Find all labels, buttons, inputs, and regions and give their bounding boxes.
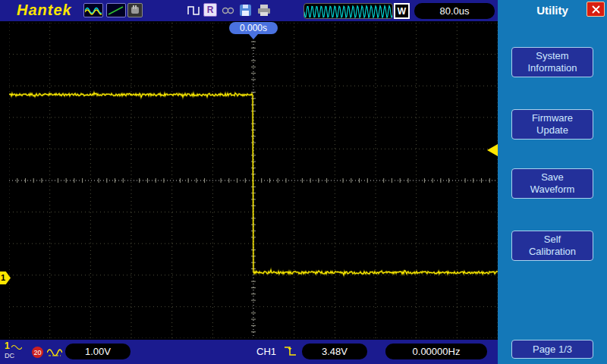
trigger-level-display: 3.48V xyxy=(302,344,367,359)
graticule xyxy=(9,23,498,338)
ramp-icon xyxy=(106,3,126,17)
frequency-counter: 0.00000Hz xyxy=(385,344,487,359)
self-calibration-button[interactable]: Self Calibration xyxy=(511,231,593,261)
record-button[interactable]: R xyxy=(203,3,217,17)
menu-sidebar: Utility System Information Firmware Upda… xyxy=(498,0,607,364)
floppy-glyph xyxy=(240,5,251,16)
brand-logo: Hantek xyxy=(17,2,72,19)
coupling-label: DC xyxy=(5,351,14,361)
trigger-source-label: CH1 xyxy=(256,346,276,357)
close-icon xyxy=(592,5,600,14)
trigger-slope-icon xyxy=(284,345,297,360)
pulse-glyph xyxy=(187,5,200,16)
printer-glyph xyxy=(257,5,271,16)
link-icon xyxy=(222,4,235,17)
waveform-display: 0.000s 1 xyxy=(0,21,498,340)
dual-waveform-glyph xyxy=(85,5,102,16)
oscilloscope-screen: Hantek R xyxy=(0,0,607,364)
ac-wave-icon xyxy=(11,344,22,350)
falling-edge-glyph xyxy=(284,345,297,357)
link-glyph xyxy=(222,6,235,15)
timebase-display: 80.0us xyxy=(414,3,495,19)
status-bar: 1 DC 20 1.00V CH1 3.48V 0.00000Hz xyxy=(0,340,498,364)
page-button[interactable]: Page 1/3 xyxy=(511,340,593,359)
ramp-glyph xyxy=(108,5,124,16)
channel1-status: 1 DC xyxy=(5,341,22,361)
print-button[interactable] xyxy=(256,3,272,17)
close-button[interactable] xyxy=(587,2,605,17)
bandwidth-badge: 20 xyxy=(32,347,43,358)
top-bar: Hantek R xyxy=(0,0,498,21)
save-button[interactable] xyxy=(238,3,252,17)
save-waveform-button[interactable]: Save Waveform xyxy=(511,168,593,199)
channel1-number: 1 xyxy=(5,341,10,351)
coupling-wave-glyph xyxy=(47,345,62,357)
preview-wave xyxy=(304,4,392,19)
pulse-mode-button[interactable] xyxy=(187,3,200,17)
hand-glyph xyxy=(130,5,140,15)
trigger-time-badge: 0.000s xyxy=(229,22,278,34)
firmware-update-button[interactable]: Firmware Update xyxy=(511,109,593,140)
volts-div-display: 1.00V xyxy=(65,344,131,359)
trigger-position-pointer xyxy=(249,34,258,39)
window-indicator: W xyxy=(394,3,410,19)
hand-icon xyxy=(127,3,143,17)
system-information-button[interactable]: System Information xyxy=(511,47,593,77)
waveform-preview xyxy=(304,3,393,19)
dual-waveform-icon xyxy=(83,3,103,17)
coupling-wave-icon xyxy=(47,345,62,360)
